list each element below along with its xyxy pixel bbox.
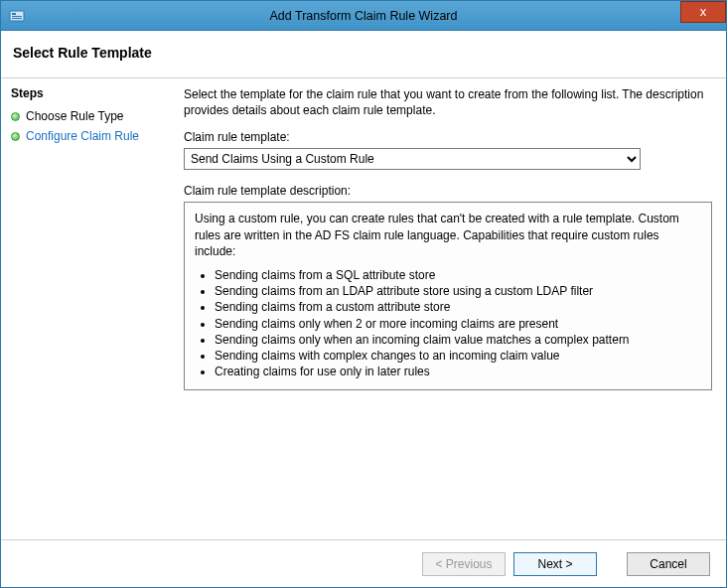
description-intro: Using a custom rule, you can create rule… bbox=[195, 211, 701, 259]
wizard-body: Steps Choose Rule Type Configure Claim R… bbox=[1, 78, 726, 539]
window-title: Add Transform Claim Rule Wizard bbox=[1, 9, 726, 23]
step-label: Configure Claim Rule bbox=[26, 129, 139, 143]
close-icon: x bbox=[700, 4, 707, 19]
wizard-footer: < Previous Next > Cancel bbox=[1, 539, 726, 587]
step-choose-rule-type[interactable]: Choose Rule Type bbox=[11, 106, 168, 126]
app-icon bbox=[9, 8, 25, 24]
description-bullet: Sending claims from a custom attribute s… bbox=[215, 299, 701, 315]
steps-pane: Steps Choose Rule Type Configure Claim R… bbox=[1, 78, 178, 539]
description-bullet: Sending claims from a SQL attribute stor… bbox=[215, 267, 701, 283]
description-bullet: Sending claims only when an incoming cla… bbox=[215, 332, 701, 348]
description-bullet: Creating claims for use only in later ru… bbox=[215, 364, 701, 379]
description-bullet: Sending claims with complex changes to a… bbox=[215, 348, 701, 364]
description-bullet-list: Sending claims from a SQL attribute stor… bbox=[195, 267, 701, 379]
titlebar: Add Transform Claim Rule Wizard x bbox=[1, 1, 726, 31]
claim-rule-template-select[interactable]: Send Claims Using a Custom Rule bbox=[184, 148, 641, 170]
description-bullet: Sending claims only when 2 or more incom… bbox=[215, 316, 701, 332]
intro-text: Select the template for the claim rule t… bbox=[184, 86, 712, 118]
template-description-box: Using a custom rule, you can create rule… bbox=[184, 202, 712, 390]
step-dot-icon bbox=[11, 112, 20, 121]
svg-rect-3 bbox=[12, 18, 22, 19]
step-configure-claim-rule[interactable]: Configure Claim Rule bbox=[11, 126, 168, 146]
step-label: Choose Rule Type bbox=[26, 109, 124, 123]
page-title: Select Rule Template bbox=[13, 45, 714, 61]
wizard-header: Select Rule Template bbox=[1, 31, 726, 78]
close-button[interactable]: x bbox=[680, 1, 726, 23]
svg-rect-2 bbox=[12, 16, 22, 17]
description-bullet: Sending claims from an LDAP attribute st… bbox=[215, 283, 701, 299]
svg-rect-1 bbox=[12, 13, 16, 15]
description-label: Claim rule template description: bbox=[184, 184, 712, 198]
step-dot-icon bbox=[11, 132, 20, 141]
main-pane: Select the template for the claim rule t… bbox=[178, 78, 726, 539]
template-label: Claim rule template: bbox=[184, 130, 712, 144]
steps-heading: Steps bbox=[11, 86, 168, 100]
previous-button: < Previous bbox=[422, 552, 506, 576]
next-button[interactable]: Next > bbox=[513, 552, 597, 576]
cancel-button[interactable]: Cancel bbox=[627, 552, 710, 576]
